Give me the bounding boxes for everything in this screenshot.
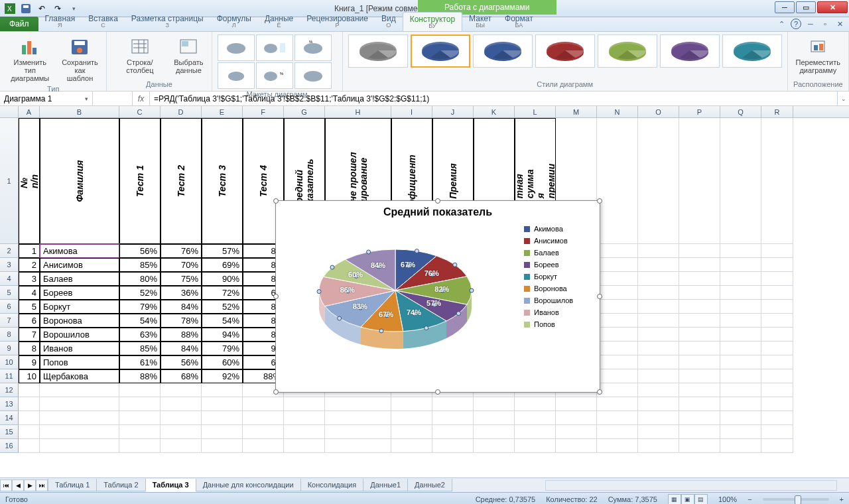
legend-item[interactable]: Акимова — [524, 225, 596, 233]
select-data-button[interactable]: Выбрать данные — [171, 34, 206, 76]
cell[interactable] — [474, 439, 515, 453]
column-header[interactable]: D — [161, 106, 202, 117]
cell[interactable] — [432, 439, 474, 453]
cell[interactable]: 72% — [202, 286, 243, 300]
cell[interactable]: 9 — [19, 355, 40, 369]
sheet-tab[interactable]: Данные2 — [407, 479, 452, 491]
layout-item[interactable] — [256, 34, 293, 61]
cell[interactable] — [597, 383, 638, 397]
cell[interactable] — [720, 244, 761, 258]
cell[interactable] — [597, 258, 638, 272]
ribbon-tab[interactable]: ГлавнаяЯ — [38, 12, 82, 31]
header-cell[interactable]: Тест 1 — [119, 118, 161, 244]
column-header[interactable]: B — [40, 106, 119, 117]
cell[interactable] — [119, 411, 161, 425]
cell[interactable]: 76% — [161, 244, 202, 258]
cell[interactable]: 63% — [119, 328, 161, 342]
ribbon-tab[interactable]: ФорматБА — [498, 12, 540, 31]
cell[interactable] — [638, 244, 679, 258]
cell[interactable] — [19, 425, 40, 439]
cell[interactable] — [556, 411, 597, 425]
cell[interactable] — [119, 383, 161, 397]
style-item[interactable] — [348, 34, 408, 68]
cell[interactable] — [284, 411, 325, 425]
cell[interactable]: 69% — [202, 258, 243, 272]
chart-legend[interactable]: АкимоваАнисимовБалаевБореевБоркутВоронов… — [520, 221, 600, 380]
column-header[interactable]: F — [243, 106, 284, 117]
chart-layout-gallery[interactable]: % % — [218, 34, 337, 89]
cell[interactable] — [679, 397, 720, 411]
cell[interactable] — [720, 258, 761, 272]
zoom-in-icon[interactable]: + — [840, 495, 844, 503]
cell[interactable]: Иванов — [40, 342, 119, 355]
cell[interactable] — [597, 411, 638, 425]
cell[interactable] — [638, 328, 679, 342]
legend-item[interactable]: Воронова — [524, 284, 596, 292]
cell[interactable]: 54% — [202, 314, 243, 328]
save-template-button[interactable]: Сохранить как шаблон — [59, 34, 101, 84]
cell[interactable] — [638, 314, 679, 328]
row-header[interactable]: 1 — [0, 118, 19, 244]
cell[interactable] — [638, 286, 679, 300]
column-header[interactable]: J — [432, 106, 474, 117]
cell[interactable]: 84% — [161, 300, 202, 314]
header-cell[interactable]: Тест 2 — [161, 118, 202, 244]
cell[interactable]: Попов — [40, 355, 119, 369]
cell[interactable]: 56% — [161, 355, 202, 369]
cell[interactable] — [19, 397, 40, 411]
row-header[interactable]: 4 — [0, 272, 19, 286]
cell[interactable] — [679, 272, 720, 286]
save-icon[interactable] — [19, 2, 33, 15]
cell[interactable]: Воронова — [40, 314, 119, 328]
column-header[interactable]: N — [597, 106, 638, 117]
wb-restore-icon[interactable]: ▫ — [820, 19, 830, 29]
cell[interactable] — [597, 300, 638, 314]
row-header[interactable]: 14 — [0, 411, 19, 425]
formula-input[interactable]: =РЯД('Таблица 3'!$G$1;'Таблица 3'!$B$2:$… — [150, 92, 837, 105]
row-header[interactable]: 16 — [0, 439, 19, 453]
cell[interactable] — [761, 258, 793, 272]
cell[interactable]: 52% — [202, 300, 243, 314]
cell[interactable]: 10 — [19, 369, 40, 383]
header-cell[interactable] — [679, 118, 720, 244]
cell[interactable] — [161, 425, 202, 439]
cell[interactable]: 6 — [19, 314, 40, 328]
cell[interactable] — [679, 244, 720, 258]
cell[interactable] — [119, 439, 161, 453]
cell[interactable] — [597, 286, 638, 300]
cell[interactable] — [720, 314, 761, 328]
cell[interactable] — [597, 328, 638, 342]
header-cell[interactable] — [597, 118, 638, 244]
cell[interactable] — [432, 425, 474, 439]
ribbon-tab[interactable]: РецензированиеР — [300, 12, 375, 31]
style-item[interactable] — [473, 34, 533, 68]
cell[interactable] — [161, 439, 202, 453]
cell[interactable] — [161, 411, 202, 425]
cell[interactable] — [243, 425, 284, 439]
layout-item[interactable] — [294, 62, 332, 89]
sheet-tab[interactable]: Таблица 1 — [48, 479, 97, 491]
chart-plot-area[interactable]: 67%76%82%57%74%67%83%86%60%84% — [276, 221, 520, 380]
cell[interactable] — [597, 272, 638, 286]
worksheet-grid[interactable]: ABCDEFGHIJKLMNOPQR 1№ п/пФамилияТест 1Те… — [0, 106, 849, 477]
column-header[interactable]: L — [515, 106, 556, 117]
horizontal-scrollbar[interactable] — [545, 480, 837, 491]
cell[interactable] — [679, 314, 720, 328]
ribbon-tab[interactable]: Разметка страницыЗ — [125, 12, 210, 31]
view-page-break-icon[interactable]: ▤ — [694, 494, 708, 505]
cell[interactable]: 60% — [202, 355, 243, 369]
sheet-tab[interactable]: Данные для консолидации — [196, 479, 301, 491]
cell[interactable] — [202, 439, 243, 453]
cell[interactable] — [556, 425, 597, 439]
help-icon[interactable]: ? — [791, 19, 801, 29]
cell[interactable] — [40, 383, 119, 397]
cell[interactable] — [474, 411, 515, 425]
ribbon-tab[interactable]: ВставкаС — [82, 12, 125, 31]
cell[interactable]: 79% — [202, 342, 243, 355]
cell[interactable] — [325, 411, 391, 425]
cell[interactable] — [679, 300, 720, 314]
cell[interactable] — [597, 314, 638, 328]
cell[interactable] — [391, 397, 432, 411]
row-header[interactable]: 3 — [0, 258, 19, 272]
cell[interactable]: 52% — [119, 286, 161, 300]
